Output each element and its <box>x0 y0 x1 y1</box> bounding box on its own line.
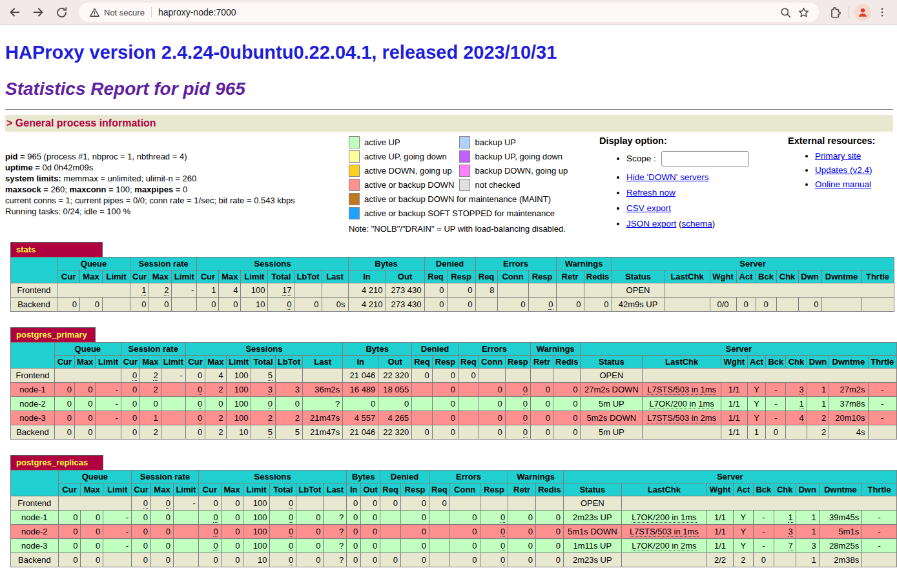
stat-cell: 0 <box>401 553 429 567</box>
stat-cell <box>621 553 706 567</box>
csv-export-link[interactable]: CSV export <box>626 203 671 213</box>
column-header: Req <box>424 270 447 283</box>
column-header: Redis <box>535 483 563 496</box>
column-header: Dwntme <box>819 483 862 496</box>
stat-cell <box>530 369 553 383</box>
column-header: Act <box>736 270 756 283</box>
stat-cell: 0 <box>347 496 361 511</box>
stat-cell: 0 <box>412 369 433 383</box>
url-text[interactable]: haproxy-node:7000 <box>158 7 236 17</box>
stat-cell: 1 <box>197 283 219 298</box>
stat-cell: 0 <box>185 397 205 411</box>
column-header: Req <box>380 483 401 496</box>
zoom-button[interactable] <box>776 3 794 21</box>
primary-site-link[interactable]: Primary site <box>815 151 861 161</box>
stat-cell: 0 <box>480 539 508 553</box>
stat-cell: - <box>103 525 132 539</box>
stat-cell: 0 <box>429 496 449 511</box>
stat-cell <box>505 369 530 383</box>
column-header: Status <box>563 483 621 496</box>
stat-cell: ? <box>303 397 343 411</box>
stat-cell <box>380 525 401 539</box>
stat-cell: 0 <box>140 397 161 411</box>
table-row: node-100-02021003336m2s16 48918 05500000… <box>11 383 897 397</box>
not-secure-chip[interactable]: Not secure <box>85 7 151 18</box>
extensions-button[interactable] <box>825 3 845 22</box>
stat-cell: 0 <box>198 496 221 511</box>
stat-cell: 42m9s UP <box>612 298 665 312</box>
schema-link[interactable]: schema <box>682 219 712 228</box>
column-header: Max <box>74 356 96 369</box>
process-info-line: pid = 965 (process #1, nbproc = 1, nbthr… <box>5 151 349 162</box>
stat-cell: 0 <box>121 383 139 397</box>
toolbar-divider <box>849 6 849 18</box>
updates-link[interactable]: Updates (v2.4) <box>815 165 872 175</box>
column-header: Cur <box>58 483 81 496</box>
stat-cell: 0 <box>130 298 149 312</box>
stat-cell <box>553 369 581 383</box>
stat-cell: 0 <box>149 298 172 312</box>
stat-cell: 5 <box>275 425 302 440</box>
stat-cell: 0 <box>132 553 151 567</box>
stat-cell: 0 <box>736 298 756 312</box>
table-row: Backend0000001000?000000002m23s UP2/2201… <box>11 553 897 567</box>
process-info: pid = 965 (process #1, nbproc = 1, nbthr… <box>5 151 349 234</box>
table-row: node-100-000010000?00000002m23s UPL7OK/2… <box>11 511 897 525</box>
stat-cell: 0 <box>80 298 103 312</box>
stat-cell: L7OK/200 in 1ms <box>643 397 721 411</box>
stat-cell: 0 <box>505 411 530 425</box>
stat-cell: - <box>173 496 198 511</box>
stat-cell <box>665 283 894 298</box>
column-group-header: Queue <box>54 343 121 356</box>
stat-cell: 0 <box>508 553 536 567</box>
column-header: In <box>348 270 386 283</box>
paren-close: ) <box>712 219 716 228</box>
column-header: Resp <box>401 483 429 496</box>
stat-cell: - <box>868 397 897 411</box>
stat-cell: Y <box>747 411 766 425</box>
column-group-header: Session rate <box>132 471 199 483</box>
online-manual-link[interactable]: Online manual <box>815 179 871 189</box>
menu-button[interactable] <box>872 3 892 22</box>
stat-cell: 0 <box>424 298 447 312</box>
back-button[interactable] <box>5 3 25 22</box>
zoom-icon <box>779 6 792 19</box>
column-header: Limit <box>172 270 197 283</box>
stat-cell: - <box>862 539 897 553</box>
legend-swatch <box>459 150 470 163</box>
stat-cell: L7OK/200 in 2ms <box>621 539 706 553</box>
stat-cell: 0 <box>121 397 139 411</box>
stat-cell <box>429 525 449 539</box>
stat-cell: 0 <box>432 383 458 397</box>
stat-cell <box>621 496 896 511</box>
stat-cell <box>528 283 556 298</box>
json-export-link[interactable]: JSON export <box>626 219 676 228</box>
column-header: Cur <box>198 483 221 496</box>
column-header: Max <box>140 356 161 369</box>
stat-cell <box>161 411 185 425</box>
stat-cell: 0 <box>221 539 243 553</box>
profile-button[interactable] <box>853 3 872 22</box>
scope-input[interactable] <box>661 151 749 167</box>
legend-swatch <box>349 193 360 205</box>
bookmark-button[interactable] <box>794 3 812 21</box>
refresh-now-link[interactable]: Refresh now <box>626 188 675 198</box>
legend-label: backup UP <box>470 136 573 148</box>
stat-cell: 0 <box>766 425 786 440</box>
stat-cell: 5 <box>251 369 275 383</box>
stat-cell: 0 <box>380 496 401 511</box>
column-header: Thrtle <box>861 270 894 283</box>
reload-button[interactable] <box>52 3 71 22</box>
column-header: Cur <box>57 270 80 283</box>
stat-cell: 0 <box>347 511 361 525</box>
stat-cell <box>173 553 198 567</box>
stat-cell: 3 <box>774 525 796 539</box>
address-bar[interactable]: Not secure haproxy-node:7000 <box>79 3 819 22</box>
stat-cell: OPEN <box>563 496 621 511</box>
stat-cell <box>294 283 322 298</box>
forward-button[interactable] <box>28 3 48 22</box>
hide-down-servers-link[interactable]: Hide 'DOWN' servers <box>626 172 708 182</box>
row-name: Frontend <box>11 283 57 298</box>
stat-cell: 0 <box>530 411 553 425</box>
stat-cell: 0 <box>81 511 103 525</box>
